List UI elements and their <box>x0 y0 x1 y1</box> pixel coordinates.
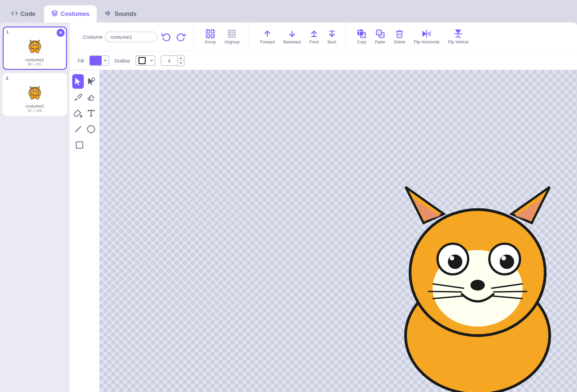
costume-delete-1[interactable]: ✕ <box>57 29 65 37</box>
forward-button[interactable]: Forward <box>257 27 278 46</box>
tab-costumes-label: Costumes <box>61 11 89 18</box>
flip-vertical-button[interactable]: Flip Vertical <box>445 27 472 46</box>
front-button[interactable]: Front <box>306 27 322 46</box>
rotate-cw-button[interactable] <box>174 30 187 44</box>
line-tool-button[interactable] <box>72 122 84 136</box>
tool-row-5 <box>72 138 97 152</box>
fill-color-container <box>89 55 109 66</box>
tool-row-3 <box>72 106 97 121</box>
costume-item-1[interactable]: 1 ✕ <box>3 26 67 70</box>
stroke-increase[interactable]: ▲ <box>178 55 184 61</box>
svg-marker-47 <box>456 34 460 37</box>
costume-preview-2 <box>22 79 48 102</box>
costume-num-2: 2 <box>6 76 8 81</box>
outline-color-swatch[interactable] <box>135 55 148 66</box>
fill-color-swatch[interactable] <box>89 55 102 66</box>
rotate-btns <box>160 30 187 44</box>
paste-label: Paste <box>375 40 385 44</box>
svg-line-72 <box>428 291 462 292</box>
svg-point-7 <box>33 44 34 45</box>
costumes-icon <box>51 10 58 18</box>
editor-area: Costume <box>70 23 577 392</box>
toolbar-group-section: Group Ungroup <box>196 23 248 51</box>
select-tool-button[interactable] <box>72 74 84 89</box>
toolbar-layer-section: Forward Backward <box>251 23 345 51</box>
svg-point-2 <box>30 42 39 49</box>
toolbar-inner: Costume <box>78 23 569 51</box>
tab-sounds[interactable]: Sounds <box>98 5 144 23</box>
divider-3 <box>347 28 347 45</box>
fill-label: Fill <box>78 58 84 64</box>
svg-rect-29 <box>233 34 236 37</box>
toolbar-row1: Costume <box>70 23 577 51</box>
svg-point-67 <box>500 255 514 269</box>
svg-rect-28 <box>229 34 231 37</box>
tab-costumes[interactable]: Costumes <box>44 5 97 23</box>
svg-point-20 <box>36 95 39 99</box>
costume1-name: costume1 <box>26 57 44 62</box>
svg-rect-22 <box>211 30 214 33</box>
outline-preview <box>138 57 146 64</box>
costume-item-2[interactable]: 2 costume2 92 × 106 <box>3 73 67 116</box>
cat-illustration <box>365 173 577 392</box>
code-icon <box>11 10 18 18</box>
stroke-size-input[interactable]: 4 <box>161 55 178 66</box>
tab-code[interactable]: Code <box>4 5 43 23</box>
forward-label: Forward <box>260 40 275 44</box>
rotate-ccw-button[interactable] <box>160 30 173 44</box>
back-button[interactable]: Back <box>324 27 340 46</box>
brush-tool-button[interactable] <box>72 90 84 105</box>
svg-marker-44 <box>427 31 430 36</box>
svg-marker-43 <box>423 31 426 36</box>
ungroup-button[interactable]: Ungroup <box>221 27 243 46</box>
svg-rect-21 <box>207 30 209 33</box>
main-content: 1 ✕ <box>0 23 577 392</box>
rect-tool-button[interactable] <box>72 138 87 152</box>
costume-list: 1 ✕ <box>0 23 70 392</box>
tool-row-1 <box>72 74 97 89</box>
svg-rect-24 <box>211 34 214 37</box>
svg-point-70 <box>470 280 485 291</box>
svg-point-55 <box>87 125 95 133</box>
stroke-size-arrows: ▲ ▼ <box>178 55 184 67</box>
costume-name-input[interactable] <box>105 31 158 42</box>
costume2-name: costume2 <box>26 104 44 109</box>
tab-code-label: Code <box>21 11 35 18</box>
costume-num-1: 1 <box>6 29 9 34</box>
costume2-size: 92 × 106 <box>27 109 42 113</box>
svg-line-54 <box>75 126 81 132</box>
backward-label: Backward <box>283 40 301 44</box>
group-button[interactable]: Group <box>201 27 219 46</box>
text-tool-button[interactable] <box>85 106 97 121</box>
fill-color-dropdown[interactable] <box>102 55 109 66</box>
svg-point-10 <box>36 48 39 53</box>
backward-button[interactable]: Backward <box>280 27 304 46</box>
svg-point-12 <box>30 88 39 95</box>
svg-point-18 <box>36 91 37 92</box>
flip-h-label: Flip Horizontal <box>414 40 440 44</box>
stroke-decrease[interactable]: ▼ <box>178 61 184 66</box>
delete-button[interactable]: Delete <box>391 27 409 46</box>
toolbar-costume-name-section: Costume <box>78 25 193 49</box>
canvas-with-tools <box>70 70 577 392</box>
divider-1 <box>194 28 195 45</box>
front-label: Front <box>309 40 319 44</box>
oval-tool-button[interactable] <box>85 122 97 136</box>
reshape-tool-button[interactable] <box>85 74 97 89</box>
copy-button[interactable]: Copy <box>354 27 370 46</box>
costume1-size: 96 × 101 <box>27 62 42 66</box>
outline-color-dropdown[interactable] <box>149 55 155 66</box>
outline-color-container <box>135 55 155 66</box>
costume-label: Costume <box>83 34 103 40</box>
canvas-area[interactable] <box>99 70 577 392</box>
outline-label: Outline <box>114 58 130 64</box>
toolbar-row2: Fill Outline 4 ▲ ▼ <box>70 51 577 70</box>
svg-marker-49 <box>150 60 153 61</box>
costume-preview-1 <box>22 33 48 56</box>
flip-horizontal-button[interactable]: Flip Horizontal <box>411 27 443 46</box>
eraser-tool-button[interactable] <box>85 90 97 105</box>
delete-label: Delete <box>394 40 405 44</box>
paste-button[interactable]: Paste <box>372 27 389 46</box>
svg-marker-46 <box>456 30 460 33</box>
fill-tool-button[interactable] <box>72 106 84 121</box>
